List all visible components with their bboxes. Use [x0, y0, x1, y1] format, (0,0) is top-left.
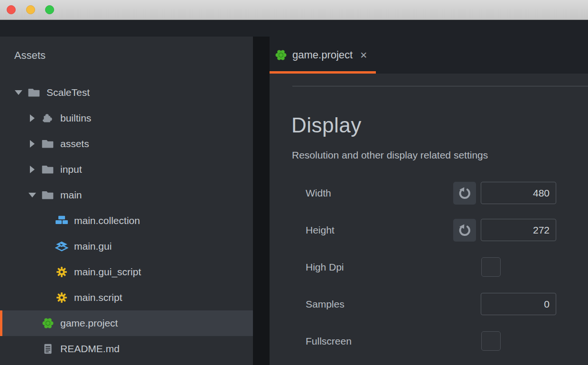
chevron-right-icon[interactable] [27, 139, 37, 149]
defold-icon [274, 48, 288, 62]
defold-icon [41, 317, 55, 330]
width-input[interactable] [481, 182, 556, 204]
puzzle-icon [41, 112, 55, 125]
tree-item-label: assets [60, 138, 89, 150]
gui-icon [55, 240, 68, 253]
folder-icon [28, 86, 41, 99]
toolbar-strip [0, 20, 588, 37]
tree-item-builtins[interactable]: builtins [0, 105, 253, 131]
folder-icon [41, 188, 55, 202]
defold-editor-window: { "window": { "traffic_lights": ["close"… [0, 0, 588, 365]
tree-item-label: main.gui_script [74, 266, 141, 278]
tree-item-main[interactable]: main [0, 182, 253, 208]
close-window-button[interactable] [7, 5, 16, 14]
script-icon [55, 291, 68, 304]
field-row-high-dpi: High Dpi [270, 256, 588, 279]
arrow-spacer [41, 267, 51, 277]
reset-icon [457, 186, 472, 200]
editor-pane: game.project ✕ Display Resolution and ot… [270, 37, 588, 365]
arrow-spacer [41, 292, 51, 303]
reset-icon [457, 223, 472, 237]
game-project-editor: Display Resolution and other display rel… [270, 74, 588, 365]
reset-button[interactable] [453, 182, 476, 205]
arrow-spacer [27, 344, 37, 354]
tab-close-icon[interactable]: ✕ [360, 51, 367, 60]
field-label: Samples [306, 299, 345, 310]
field-row-fullscreen: Fullscreen [270, 330, 588, 353]
tree-item-label: builtins [60, 112, 91, 124]
chevron-down-icon[interactable] [27, 190, 37, 200]
arrow-spacer [41, 215, 51, 226]
section-subtitle: Resolution and other display related set… [292, 150, 488, 161]
chevron-down-icon[interactable] [13, 87, 24, 98]
field-row-samples: Samples [270, 293, 588, 316]
chevron-right-icon[interactable] [27, 113, 37, 123]
tab-label: game.project [292, 49, 353, 61]
high-dpi-checkbox[interactable] [481, 257, 501, 277]
document-icon [41, 342, 55, 356]
field-label: Width [306, 187, 331, 199]
zoom-window-button[interactable] [45, 5, 54, 14]
assets-panel-title: Assets [14, 49, 46, 62]
arrow-spacer [41, 241, 51, 252]
field-label: Height [306, 225, 335, 236]
arrow-spacer [27, 318, 37, 328]
section-title: Display [291, 113, 362, 137]
tree-item-main-collection[interactable]: main.collection [0, 208, 253, 234]
minimize-window-button[interactable] [26, 5, 35, 14]
script-icon [55, 265, 68, 279]
field-label: High Dpi [306, 262, 344, 273]
folder-icon [41, 163, 55, 176]
tree-item-label: input [60, 164, 82, 175]
tree-item-label: main.script [74, 292, 122, 303]
asset-tree: ScaleTestbuiltinsassetsinputmainmain.col… [0, 80, 253, 362]
tree-item-label: main.collection [74, 215, 140, 226]
tree-item-main-gui[interactable]: main.gui [0, 234, 253, 259]
tree-item-assets[interactable]: assets [0, 131, 253, 157]
tree-item-label: README.md [60, 343, 120, 355]
field-row-height: Height [270, 219, 588, 242]
section-divider [292, 86, 588, 86]
tree-item-game-project[interactable]: game.project [0, 310, 253, 336]
samples-input[interactable] [481, 293, 556, 315]
tree-item-label: main.gui [74, 241, 112, 252]
tab-game-project[interactable]: game.project ✕ [270, 37, 376, 74]
field-row-width: Width [270, 182, 588, 205]
folder-icon [41, 137, 55, 150]
display-settings-form: WidthHeightHigh DpiSamplesFullscreen [270, 182, 588, 365]
fullscreen-checkbox[interactable] [481, 331, 501, 351]
tree-item-main-gui-script[interactable]: main.gui_script [0, 259, 253, 285]
tree-item-label: main [60, 189, 82, 201]
titlebar [0, 0, 588, 20]
reset-button[interactable] [453, 219, 476, 242]
chevron-right-icon[interactable] [27, 164, 37, 175]
tab-bar: game.project ✕ [270, 37, 588, 74]
tree-item-scaletest[interactable]: ScaleTest [0, 80, 253, 105]
tree-item-label: game.project [60, 318, 118, 329]
height-input[interactable] [481, 219, 556, 241]
tree-item-label: ScaleTest [47, 87, 90, 98]
field-label: Fullscreen [306, 336, 352, 347]
collection-icon [55, 214, 68, 227]
assets-panel: Assets ScaleTestbuiltinsassetsinputmainm… [0, 37, 253, 365]
tree-item-main-script[interactable]: main.script [0, 285, 253, 310]
tree-item-readme-md[interactable]: README.md [0, 336, 253, 362]
tree-item-input[interactable]: input [0, 157, 253, 182]
